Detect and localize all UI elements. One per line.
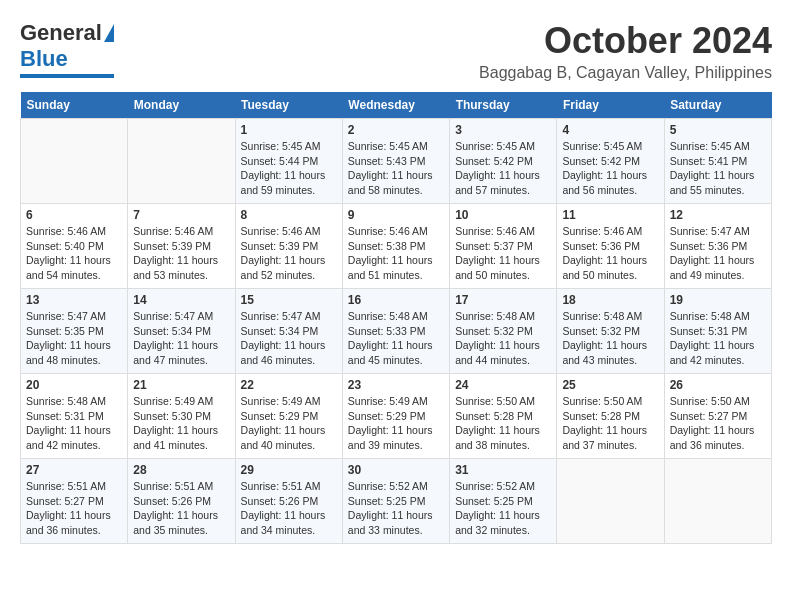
table-row: 19Sunrise: 5:48 AMSunset: 5:31 PMDayligh… [664,289,771,374]
col-tuesday: Tuesday [235,92,342,119]
day-info: Sunrise: 5:50 AMSunset: 5:28 PMDaylight:… [562,394,658,453]
table-row: 2Sunrise: 5:45 AMSunset: 5:43 PMDaylight… [342,119,449,204]
table-row [21,119,128,204]
day-info: Sunrise: 5:46 AMSunset: 5:39 PMDaylight:… [133,224,229,283]
day-info: Sunrise: 5:46 AMSunset: 5:39 PMDaylight:… [241,224,337,283]
col-thursday: Thursday [450,92,557,119]
table-row: 18Sunrise: 5:48 AMSunset: 5:32 PMDayligh… [557,289,664,374]
table-row: 27Sunrise: 5:51 AMSunset: 5:27 PMDayligh… [21,459,128,544]
day-number: 22 [241,378,337,392]
day-number: 24 [455,378,551,392]
day-info: Sunrise: 5:50 AMSunset: 5:27 PMDaylight:… [670,394,766,453]
day-info: Sunrise: 5:48 AMSunset: 5:32 PMDaylight:… [455,309,551,368]
day-info: Sunrise: 5:45 AMSunset: 5:42 PMDaylight:… [562,139,658,198]
day-number: 2 [348,123,444,137]
day-info: Sunrise: 5:51 AMSunset: 5:26 PMDaylight:… [241,479,337,538]
day-info: Sunrise: 5:45 AMSunset: 5:43 PMDaylight:… [348,139,444,198]
table-row: 6Sunrise: 5:46 AMSunset: 5:40 PMDaylight… [21,204,128,289]
table-row: 17Sunrise: 5:48 AMSunset: 5:32 PMDayligh… [450,289,557,374]
table-row: 4Sunrise: 5:45 AMSunset: 5:42 PMDaylight… [557,119,664,204]
logo-bar [20,74,114,78]
day-number: 6 [26,208,122,222]
table-row: 25Sunrise: 5:50 AMSunset: 5:28 PMDayligh… [557,374,664,459]
table-row [128,119,235,204]
day-info: Sunrise: 5:46 AMSunset: 5:37 PMDaylight:… [455,224,551,283]
day-info: Sunrise: 5:49 AMSunset: 5:29 PMDaylight:… [348,394,444,453]
day-number: 3 [455,123,551,137]
day-info: Sunrise: 5:47 AMSunset: 5:35 PMDaylight:… [26,309,122,368]
day-number: 4 [562,123,658,137]
calendar-week-row: 20Sunrise: 5:48 AMSunset: 5:31 PMDayligh… [21,374,772,459]
day-number: 11 [562,208,658,222]
table-row: 3Sunrise: 5:45 AMSunset: 5:42 PMDaylight… [450,119,557,204]
table-row: 15Sunrise: 5:47 AMSunset: 5:34 PMDayligh… [235,289,342,374]
day-number: 17 [455,293,551,307]
table-row: 29Sunrise: 5:51 AMSunset: 5:26 PMDayligh… [235,459,342,544]
day-info: Sunrise: 5:47 AMSunset: 5:36 PMDaylight:… [670,224,766,283]
table-row: 9Sunrise: 5:46 AMSunset: 5:38 PMDaylight… [342,204,449,289]
table-row: 10Sunrise: 5:46 AMSunset: 5:37 PMDayligh… [450,204,557,289]
day-info: Sunrise: 5:48 AMSunset: 5:31 PMDaylight:… [26,394,122,453]
day-info: Sunrise: 5:48 AMSunset: 5:33 PMDaylight:… [348,309,444,368]
day-info: Sunrise: 5:47 AMSunset: 5:34 PMDaylight:… [133,309,229,368]
day-number: 5 [670,123,766,137]
day-info: Sunrise: 5:51 AMSunset: 5:26 PMDaylight:… [133,479,229,538]
logo-icon [104,24,114,42]
day-number: 26 [670,378,766,392]
table-row: 31Sunrise: 5:52 AMSunset: 5:25 PMDayligh… [450,459,557,544]
day-number: 9 [348,208,444,222]
day-info: Sunrise: 5:51 AMSunset: 5:27 PMDaylight:… [26,479,122,538]
col-monday: Monday [128,92,235,119]
calendar-week-row: 1Sunrise: 5:45 AMSunset: 5:44 PMDaylight… [21,119,772,204]
day-number: 14 [133,293,229,307]
day-number: 31 [455,463,551,477]
day-info: Sunrise: 5:52 AMSunset: 5:25 PMDaylight:… [348,479,444,538]
table-row: 12Sunrise: 5:47 AMSunset: 5:36 PMDayligh… [664,204,771,289]
table-row: 28Sunrise: 5:51 AMSunset: 5:26 PMDayligh… [128,459,235,544]
table-row: 1Sunrise: 5:45 AMSunset: 5:44 PMDaylight… [235,119,342,204]
day-number: 8 [241,208,337,222]
day-number: 18 [562,293,658,307]
day-number: 30 [348,463,444,477]
table-row: 14Sunrise: 5:47 AMSunset: 5:34 PMDayligh… [128,289,235,374]
day-number: 16 [348,293,444,307]
day-info: Sunrise: 5:46 AMSunset: 5:38 PMDaylight:… [348,224,444,283]
day-number: 20 [26,378,122,392]
day-number: 28 [133,463,229,477]
day-info: Sunrise: 5:49 AMSunset: 5:30 PMDaylight:… [133,394,229,453]
table-row: 26Sunrise: 5:50 AMSunset: 5:27 PMDayligh… [664,374,771,459]
day-number: 21 [133,378,229,392]
col-wednesday: Wednesday [342,92,449,119]
day-info: Sunrise: 5:52 AMSunset: 5:25 PMDaylight:… [455,479,551,538]
table-row: 11Sunrise: 5:46 AMSunset: 5:36 PMDayligh… [557,204,664,289]
logo: General Blue [20,20,114,78]
day-number: 7 [133,208,229,222]
table-row: 23Sunrise: 5:49 AMSunset: 5:29 PMDayligh… [342,374,449,459]
page-header: General Blue October 2024 Baggabag B, Ca… [20,20,772,82]
day-info: Sunrise: 5:47 AMSunset: 5:34 PMDaylight:… [241,309,337,368]
day-number: 15 [241,293,337,307]
logo-general: General [20,20,102,46]
table-row: 20Sunrise: 5:48 AMSunset: 5:31 PMDayligh… [21,374,128,459]
table-row: 7Sunrise: 5:46 AMSunset: 5:39 PMDaylight… [128,204,235,289]
day-number: 25 [562,378,658,392]
day-number: 19 [670,293,766,307]
calendar-week-row: 6Sunrise: 5:46 AMSunset: 5:40 PMDaylight… [21,204,772,289]
day-info: Sunrise: 5:45 AMSunset: 5:41 PMDaylight:… [670,139,766,198]
calendar-header-row: Sunday Monday Tuesday Wednesday Thursday… [21,92,772,119]
calendar-table: Sunday Monday Tuesday Wednesday Thursday… [20,92,772,544]
table-row: 22Sunrise: 5:49 AMSunset: 5:29 PMDayligh… [235,374,342,459]
month-title: October 2024 [479,20,772,62]
day-number: 10 [455,208,551,222]
day-info: Sunrise: 5:50 AMSunset: 5:28 PMDaylight:… [455,394,551,453]
day-number: 29 [241,463,337,477]
logo-blue: Blue [20,46,68,72]
day-number: 23 [348,378,444,392]
day-number: 12 [670,208,766,222]
day-info: Sunrise: 5:48 AMSunset: 5:31 PMDaylight:… [670,309,766,368]
table-row: 16Sunrise: 5:48 AMSunset: 5:33 PMDayligh… [342,289,449,374]
table-row [557,459,664,544]
day-info: Sunrise: 5:46 AMSunset: 5:40 PMDaylight:… [26,224,122,283]
day-info: Sunrise: 5:46 AMSunset: 5:36 PMDaylight:… [562,224,658,283]
day-number: 13 [26,293,122,307]
